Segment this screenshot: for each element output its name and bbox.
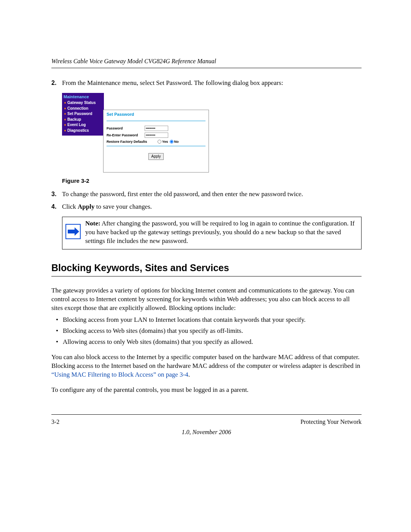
nav-item-diagnostics[interactable]: Diagnostics — [64, 128, 102, 134]
restore-no-radio[interactable] — [170, 140, 174, 144]
mac-filtering-paragraph: You can also block access to the Interne… — [51, 353, 362, 379]
footer-version: 1.0, November 2006 — [51, 428, 362, 436]
section-heading: Blocking Keywords, Sites and Services — [51, 262, 362, 276]
nav-item-backup[interactable]: Backup — [64, 117, 102, 123]
svg-marker-2 — [75, 227, 79, 236]
step-3: 3. To change the password, first enter t… — [51, 190, 362, 199]
parental-controls-note: To configure any of the parental control… — [51, 386, 362, 395]
step-text: From the Maintenance menu, select Set Pa… — [62, 79, 362, 88]
nav-item-gateway-status[interactable]: Gateway Status — [64, 100, 102, 106]
page-number: 3-2 — [51, 418, 59, 426]
restore-yes-radio[interactable] — [158, 140, 161, 144]
password-row: Password — [107, 126, 206, 131]
password-input[interactable] — [145, 126, 168, 131]
step-list-cont: 3. To change the password, first enter t… — [51, 190, 362, 211]
list-item: Blocking access from your LAN to Interne… — [51, 316, 362, 324]
note-body: After changing the password, you will be… — [85, 220, 355, 244]
screenshot: Maintenance Gateway Status Connection Se… — [62, 93, 362, 173]
nav-title: Maintenance — [64, 94, 102, 100]
step-number: 3. — [51, 190, 62, 199]
list-item: Allowing access to only Web sites (domai… — [51, 338, 362, 347]
reenter-password-label: Re-Enter Password — [107, 133, 145, 137]
nav-item-set-password[interactable]: Set Password — [64, 111, 102, 117]
step-number: 2. — [51, 79, 62, 88]
svg-rect-1 — [68, 230, 75, 233]
divider — [107, 121, 206, 121]
restore-row: Restore Factory Defaults Yes No — [107, 139, 206, 144]
reenter-password-row: Re-Enter Password — [107, 133, 206, 138]
restore-no-label: No — [174, 139, 179, 144]
footer-title: Protecting Your Network — [301, 418, 362, 426]
maintenance-nav: Maintenance Gateway Status Connection Se… — [62, 93, 104, 136]
apply-button[interactable]: Apply — [148, 153, 163, 160]
figure-caption: Figure 3-2 — [62, 177, 362, 185]
running-header: Wireless Cable Voice Gateway Model CVG82… — [51, 57, 362, 68]
figure-3-2: Maintenance Gateway Status Connection Se… — [62, 93, 362, 173]
note-label: Note: — [85, 220, 100, 227]
nav-item-connection[interactable]: Connection — [64, 106, 102, 112]
blocking-options-list: Blocking access from your LAN to Interne… — [51, 316, 362, 347]
page: Wireless Cable Voice Gateway Model CVG82… — [0, 0, 411, 459]
nav-item-event-log[interactable]: Event Log — [64, 122, 102, 128]
note-text: Note: After changing the password, you w… — [85, 219, 357, 246]
mac-filtering-link[interactable]: “Using MAC Filtering to Block Access” on… — [51, 371, 188, 378]
step-text: Click Apply to save your changes. — [62, 203, 362, 211]
step-number: 4. — [51, 203, 62, 211]
step-4-suffix: to save your changes. — [95, 203, 152, 210]
step-4-bold: Apply — [78, 203, 94, 210]
form-title: Set Password — [107, 112, 206, 120]
step-4-prefix: Click — [62, 203, 78, 210]
note-box: Note: After changing the password, you w… — [62, 217, 362, 250]
step-list: 2. From the Maintenance menu, select Set… — [51, 79, 362, 88]
password-label: Password — [107, 126, 145, 131]
step-4: 4. Click Apply to save your changes. — [51, 203, 362, 211]
step-text: To change the password, first enter the … — [62, 190, 362, 199]
restore-yes-label: Yes — [162, 139, 168, 144]
p2-pre: You can also block access to the Interne… — [51, 353, 360, 369]
set-password-form: Set Password Password Re-Enter Password … — [103, 110, 209, 173]
list-item: Blocking access to Web sites (domains) t… — [51, 327, 362, 335]
divider — [107, 146, 206, 146]
reenter-password-input[interactable] — [145, 133, 168, 138]
page-footer: 3-2 Protecting Your Network — [51, 414, 362, 426]
section-intro: The gateway provides a variety of option… — [51, 286, 362, 313]
restore-defaults-label: Restore Factory Defaults — [107, 139, 156, 144]
p2-post: . — [188, 371, 190, 378]
arrow-note-icon — [65, 224, 81, 239]
step-2: 2. From the Maintenance menu, select Set… — [51, 79, 362, 88]
